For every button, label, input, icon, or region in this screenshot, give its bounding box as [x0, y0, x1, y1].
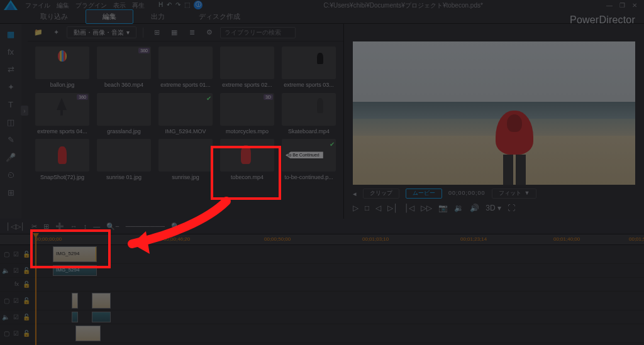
- side-tool-1[interactable]: fx: [4, 47, 17, 58]
- media-item[interactable]: sunrise.jpg: [158, 139, 213, 182]
- filter-icon[interactable]: ⚙: [203, 26, 216, 39]
- transport-button[interactable]: 3D ▾: [486, 204, 501, 214]
- track-toggle-icon[interactable]: ▢: [4, 297, 9, 305]
- side-tool-8[interactable]: ⏲: [4, 170, 17, 181]
- transport-button[interactable]: ◁: [375, 204, 381, 214]
- title-extra-icon[interactable]: ⬚: [184, 1, 190, 9]
- media-item[interactable]: ✔to-be-continued.p...: [282, 139, 336, 182]
- transport-button[interactable]: 🔉: [454, 204, 464, 214]
- view-small-icon[interactable]: ⊞: [150, 26, 164, 39]
- panel-expander[interactable]: ›: [21, 24, 28, 219]
- view-large-icon[interactable]: ▦: [167, 26, 181, 39]
- folder-icon[interactable]: 📁: [31, 26, 45, 39]
- side-tool-6[interactable]: ✎: [4, 134, 17, 146]
- media-item[interactable]: ✔IMG_5294.MOV: [158, 93, 213, 136]
- media-item[interactable]: 360extreme sports 04...: [35, 93, 89, 136]
- track-toggle-icon[interactable]: ☑: [13, 250, 19, 258]
- track-toggle-icon[interactable]: 🔓: [23, 313, 30, 321]
- library-search[interactable]: ライブラリーの検索: [220, 27, 296, 38]
- menu-編集[interactable]: 編集: [57, 2, 69, 9]
- timeline-tool[interactable]: ↔: [70, 222, 77, 231]
- track-toggle-icon[interactable]: 🔓: [23, 297, 30, 305]
- mode-clip-button[interactable]: クリップ: [363, 189, 399, 199]
- workspace-tab-ディスク作成[interactable]: ディスク作成: [182, 10, 257, 23]
- media-item[interactable]: Skateboard.mp4: [282, 93, 336, 136]
- track-toggle-icon[interactable]: ▢: [4, 329, 9, 337]
- media-item[interactable]: extreme sports 01...: [158, 47, 213, 89]
- timeline-tool[interactable]: ↕: [84, 222, 87, 231]
- track-lane[interactable]: IMG_5294: [34, 264, 644, 277]
- media-item[interactable]: 360beach 360.mp4: [97, 47, 151, 89]
- window-min-button[interactable]: —: [604, 1, 615, 9]
- side-tool-2[interactable]: ⇄: [4, 64, 17, 75]
- timeline-tool[interactable]: 🔍−: [106, 222, 119, 231]
- transport-button[interactable]: ⛶: [508, 204, 515, 214]
- track-lane[interactable]: [34, 310, 644, 324]
- timeline-clip[interactable]: IMG_5294: [53, 265, 97, 276]
- track-toggle-icon[interactable]: 🔈: [2, 266, 9, 275]
- side-tool-7[interactable]: 🎤: [4, 152, 17, 163]
- window-close-button[interactable]: ✕: [629, 1, 640, 9]
- mode-movie-button[interactable]: ムービー: [406, 189, 442, 199]
- media-item[interactable]: sunrise 01.jpg: [97, 139, 151, 182]
- track-toggle-icon[interactable]: 🔓: [23, 250, 30, 258]
- menu-表示[interactable]: 表示: [113, 2, 126, 9]
- title-extra-icon[interactable]: ↶: [167, 1, 172, 9]
- timeline-clip[interactable]: [75, 326, 101, 341]
- transport-button[interactable]: 🔊: [470, 204, 479, 214]
- track-lane[interactable]: [34, 292, 644, 310]
- transport-button[interactable]: │◁: [404, 204, 415, 214]
- media-item[interactable]: ballon.jpg: [35, 47, 89, 89]
- track-toggle-icon[interactable]: ▢: [4, 250, 9, 258]
- transport-button[interactable]: ▷▷: [421, 204, 432, 214]
- title-extra-icon[interactable]: ↷: [175, 1, 180, 9]
- timeline-clip[interactable]: [92, 312, 111, 322]
- track-toggle-icon[interactable]: ☑: [13, 313, 19, 321]
- track-lane[interactable]: [34, 278, 644, 291]
- title-extra-icon[interactable]: ⓘ: [194, 1, 203, 9]
- timecode[interactable]: 00;00;00;00: [448, 190, 486, 197]
- timeline-ruler[interactable]: 00;00;00;0000;00;46;2000;00;50;0000;01;0…: [0, 234, 644, 245]
- clip-handle[interactable]: [96, 247, 97, 261]
- timeline-tool[interactable]: —: [93, 222, 100, 231]
- timeline-clip[interactable]: [72, 312, 78, 322]
- transport-button[interactable]: ▷: [353, 204, 358, 214]
- track-toggle-icon[interactable]: 🔈: [2, 313, 9, 321]
- media-item[interactable]: SnapShot(72).jpg: [35, 139, 89, 182]
- menu-ファイル[interactable]: ファイル: [25, 2, 50, 9]
- timeline-clip[interactable]: [92, 293, 111, 309]
- workspace-tab-出力[interactable]: 出力: [135, 10, 181, 23]
- timeline-clip[interactable]: IMG_5294: [53, 246, 97, 262]
- category-select[interactable]: 動画・画像・音楽 ▾: [67, 26, 136, 38]
- timeline-tool[interactable]: 🔍+: [171, 222, 184, 231]
- preview-screen[interactable]: [353, 41, 635, 185]
- timeline-tool[interactable]: ────────: [126, 222, 165, 231]
- side-tool-5[interactable]: ◫: [4, 117, 17, 128]
- media-item[interactable]: extreme sports 03...: [282, 47, 336, 89]
- track-lane[interactable]: [34, 324, 644, 342]
- transport-button[interactable]: □: [365, 204, 369, 214]
- timeline-tool[interactable]: ➕: [55, 222, 64, 231]
- timeline-clip[interactable]: [72, 293, 78, 309]
- track-toggle-icon[interactable]: 🔓: [23, 280, 30, 288]
- track-toggle-icon[interactable]: ☑: [13, 266, 19, 275]
- fit-select[interactable]: フィット ▼: [492, 189, 537, 199]
- media-item[interactable]: extreme sports 02...: [220, 47, 274, 89]
- chevron-right-icon[interactable]: ›: [21, 106, 28, 116]
- workspace-tab-取り込み[interactable]: 取り込み: [24, 10, 84, 23]
- track-toggle-icon[interactable]: ☑: [13, 297, 19, 305]
- transport-button[interactable]: ▷│: [387, 204, 398, 214]
- menu-プラグイン[interactable]: プラグイン: [75, 2, 107, 9]
- media-item[interactable]: grassland.jpg: [97, 93, 151, 136]
- track-toggle-icon[interactable]: 🔓: [23, 329, 30, 337]
- media-item[interactable]: tobecon.mp4: [220, 139, 274, 182]
- timeline-tool[interactable]: ⊞: [43, 222, 49, 231]
- sort-icon[interactable]: ≣: [185, 26, 199, 39]
- side-tool-4[interactable]: T: [4, 99, 17, 111]
- transport-button[interactable]: 📷: [438, 204, 448, 214]
- side-tool-9[interactable]: ⊞: [4, 187, 17, 199]
- side-tool-0[interactable]: ▦: [4, 29, 17, 40]
- chevron-left-icon[interactable]: ◂: [353, 189, 357, 198]
- workspace-tab-編集[interactable]: 編集: [86, 9, 133, 23]
- title-extra-icon[interactable]: H: [158, 1, 163, 9]
